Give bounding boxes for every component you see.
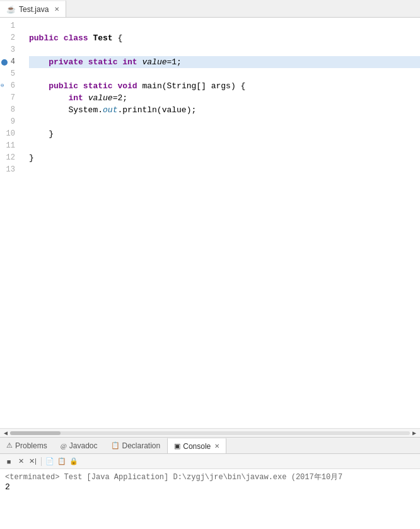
- code-line-1: [29, 20, 420, 32]
- console-icon: ▣: [174, 442, 180, 450]
- scrollbar-track: [10, 431, 410, 435]
- code-line-2: public class Test {: [29, 32, 420, 44]
- remove-all-button[interactable]: ✕|: [28, 456, 38, 467]
- console-content: <terminated> Test [Java Application] D:\…: [0, 469, 420, 529]
- tab-javadoc[interactable]: @ Javadoc: [54, 438, 105, 453]
- problems-label: Problems: [15, 441, 47, 450]
- remove-button[interactable]: ✕: [16, 456, 26, 467]
- terminated-text: <terminated> Test [Java Application] D:\…: [5, 472, 415, 482]
- breakpoint-icon[interactable]: [1, 59, 8, 66]
- tab-label: Test.java: [19, 5, 49, 14]
- keyword-void: void: [117, 80, 137, 92]
- javadoc-label: Javadoc: [69, 441, 98, 450]
- code-line-13: [29, 164, 420, 176]
- code-line-8: System. out .println(value);: [29, 104, 420, 116]
- line-6: ⊖ 6: [0, 80, 19, 92]
- code-line-10: }: [29, 128, 420, 140]
- line-8: 8: [0, 104, 19, 116]
- toolbar-separator: [41, 457, 42, 466]
- editor-area: 1 2 3 4 5 ⊖ 6 7 8 9 10 11 12 13 public c…: [0, 18, 420, 428]
- line-9: 9: [0, 116, 19, 128]
- lock-button[interactable]: 🔒: [69, 456, 79, 467]
- declaration-icon: 📋: [111, 441, 120, 450]
- tab-declaration[interactable]: 📋 Declaration: [105, 438, 168, 453]
- paste-button[interactable]: 📋: [57, 456, 67, 467]
- code-line-5: [29, 68, 420, 80]
- keyword-static2: static: [83, 80, 113, 92]
- keyword-int: int: [122, 56, 137, 68]
- keyword-class: class: [64, 32, 88, 44]
- line-1: 1: [0, 20, 19, 32]
- console-output: 2: [5, 482, 415, 492]
- console-toolbar: ■ ✕ ✕| 📄 📋 🔒: [0, 454, 420, 469]
- code-editor[interactable]: public class Test { private static int v…: [24, 18, 420, 428]
- problems-icon: ⚠: [6, 441, 13, 450]
- keyword-private: private: [49, 56, 83, 68]
- console-label: Console: [183, 442, 211, 451]
- keyword-int2: int: [68, 92, 83, 104]
- keyword-static: static: [88, 56, 118, 68]
- stop-button[interactable]: ■: [4, 456, 14, 467]
- var-value2: value: [88, 92, 113, 104]
- line-3: 3: [0, 44, 19, 56]
- var-value: value: [142, 56, 166, 68]
- tab-problems[interactable]: ⚠ Problems: [0, 438, 54, 453]
- keyword-public2: public: [49, 80, 78, 92]
- tab-console[interactable]: ▣ Console ✕: [167, 438, 226, 453]
- scroll-left-button[interactable]: ◀: [1, 429, 10, 438]
- code-line-11: [29, 140, 420, 152]
- javadoc-icon: @: [61, 442, 67, 450]
- scrollbar-thumb[interactable]: [10, 431, 61, 435]
- code-line-9: [29, 116, 420, 128]
- tab-close-button[interactable]: ✕: [54, 6, 59, 13]
- line-12: 12: [0, 152, 19, 164]
- line-numbers-gutter: 1 2 3 4 5 ⊖ 6 7 8 9 10 11 12 13: [0, 18, 24, 428]
- copy-button[interactable]: 📄: [45, 456, 55, 467]
- tab-test-java[interactable]: ☕ Test.java ✕: [0, 0, 66, 17]
- scroll-right-button[interactable]: ▶: [410, 429, 419, 438]
- console-tab-close[interactable]: ✕: [214, 443, 219, 450]
- code-line-4: private static int value =1;: [29, 56, 420, 68]
- line-11: 11: [0, 140, 19, 152]
- method-marker-icon: ⊖: [1, 80, 4, 92]
- horizontal-scrollbar[interactable]: ◀ ▶: [0, 428, 420, 437]
- code-line-12: }: [29, 152, 420, 164]
- editor-tab-bar: ☕ Test.java ✕: [0, 0, 420, 18]
- code-line-6: public static void main(String[] args) {: [29, 80, 420, 92]
- line-7: 7: [0, 92, 19, 104]
- keyword-public: public: [29, 32, 59, 44]
- bottom-tab-bar: ⚠ Problems @ Javadoc 📋 Declaration ▣ Con…: [0, 437, 420, 453]
- code-line-3: [29, 44, 420, 56]
- field-out: out: [103, 104, 117, 116]
- console-panel: ■ ✕ ✕| 📄 📋 🔒 <terminated> Test [Java App…: [0, 453, 420, 529]
- java-file-icon: ☕: [6, 5, 16, 14]
- line-2: 2: [0, 32, 19, 44]
- line-5: 5: [0, 68, 19, 80]
- classname-test: Test: [93, 32, 112, 44]
- line-4: 4: [0, 56, 19, 68]
- declaration-label: Declaration: [122, 441, 161, 450]
- line-13: 13: [0, 164, 19, 176]
- code-line-7: int value =2;: [29, 92, 420, 104]
- line-10: 10: [0, 128, 19, 140]
